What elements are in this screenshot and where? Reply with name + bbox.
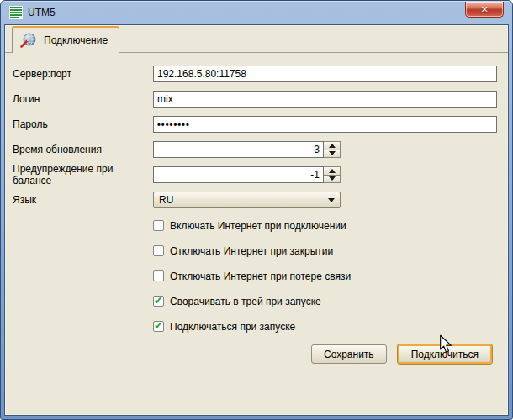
server-input[interactable] (153, 66, 497, 82)
checkbox-label: Подключаться при запуске (170, 321, 295, 333)
checkbox-disable-internet-on-close[interactable]: ✔ Отключать Интернет при закрытии (153, 244, 497, 258)
login-row: Логин (13, 91, 497, 108)
triangle-up-icon (329, 144, 336, 148)
triangle-down-icon (329, 176, 336, 181)
checkbox-label: Отключать Интернет при потере связи (170, 270, 351, 282)
balance-warning-input[interactable] (153, 166, 324, 183)
checkbox-box[interactable]: ✔ (153, 270, 164, 281)
dropdown-arrow-icon (328, 198, 335, 202)
checkbox-label: Отключать Интернет при закрытии (170, 245, 333, 257)
form-content: Сервер:порт Логин Пароль Время обновлени… (5, 53, 508, 364)
triangle-up-icon (329, 169, 336, 173)
checkbox-box[interactable]: ✔ (153, 245, 164, 256)
window-title: UTM5 (28, 7, 56, 18)
connect-button[interactable]: Подключиться (398, 344, 492, 364)
tab-label: Подключение (44, 34, 108, 46)
checkbox-box[interactable]: ✔ (153, 321, 164, 332)
server-row: Сервер:порт (13, 66, 497, 82)
spin-up-button[interactable] (324, 166, 341, 176)
checkbox-box[interactable]: ✔ (153, 296, 164, 307)
globe-pen-icon (19, 33, 38, 48)
language-label: Язык (13, 194, 153, 206)
tab-bar: Подключение (5, 25, 508, 53)
checkbox-label: Включать Интернет при подключении (170, 220, 346, 232)
title-bar[interactable]: UTM5 ✕ (1, 1, 512, 24)
password-label: Пароль (13, 118, 153, 130)
dialog-window: UTM5 ✕ (0, 0, 513, 420)
tab-connection[interactable]: Подключение (12, 26, 119, 53)
close-button[interactable]: ✕ (465, 2, 504, 18)
text-caret (204, 118, 204, 130)
login-input[interactable] (153, 91, 497, 108)
refresh-label: Время обновления (13, 144, 153, 155)
checkbox-section: ✔ Включать Интернет при подключении ✔ От… (153, 218, 497, 333)
balance-warning-label: Предупреждение при балансе (13, 163, 153, 186)
spin-up-button[interactable] (324, 141, 341, 150)
spin-down-button[interactable] (324, 176, 341, 184)
refresh-row: Время обновления (13, 141, 497, 158)
dialog-body: Подключение Сервер:порт Логин Пароль Вр (4, 24, 509, 416)
check-icon: ✔ (154, 294, 163, 307)
check-icon: ✔ (154, 319, 163, 332)
checkbox-disable-internet-on-lost-link[interactable]: ✔ Отключать Интернет при потере связи (153, 269, 497, 283)
close-icon: ✕ (480, 4, 488, 15)
balance-warning-spinbox (153, 166, 341, 183)
password-row: Пароль (13, 116, 497, 133)
checkbox-minimize-to-tray[interactable]: ✔ Сворачивать в трей при запуске (153, 294, 497, 308)
checkbox-connect-on-startup[interactable]: ✔ Подключаться при запуске (153, 319, 497, 333)
balance-warning-row: Предупреждение при балансе (13, 166, 497, 183)
login-label: Логин (13, 93, 153, 105)
checkbox-box[interactable]: ✔ (153, 220, 164, 231)
refresh-spinbox (153, 141, 341, 158)
triangle-down-icon (329, 151, 336, 155)
language-dropdown[interactable]: RU (153, 192, 341, 208)
app-logo-icon (9, 6, 23, 19)
save-button[interactable]: Сохранить (311, 344, 387, 364)
spin-down-button[interactable] (324, 150, 341, 159)
refresh-input[interactable] (153, 141, 324, 158)
checkbox-label: Сворачивать в трей при запуске (170, 296, 321, 307)
server-label: Сервер:порт (13, 68, 153, 80)
checkbox-enable-internet-on-connect[interactable]: ✔ Включать Интернет при подключении (153, 218, 497, 233)
language-row: Язык RU (13, 192, 497, 208)
password-input[interactable] (153, 116, 497, 133)
button-row: Сохранить Подключиться (13, 344, 497, 364)
language-value: RU (159, 194, 328, 206)
